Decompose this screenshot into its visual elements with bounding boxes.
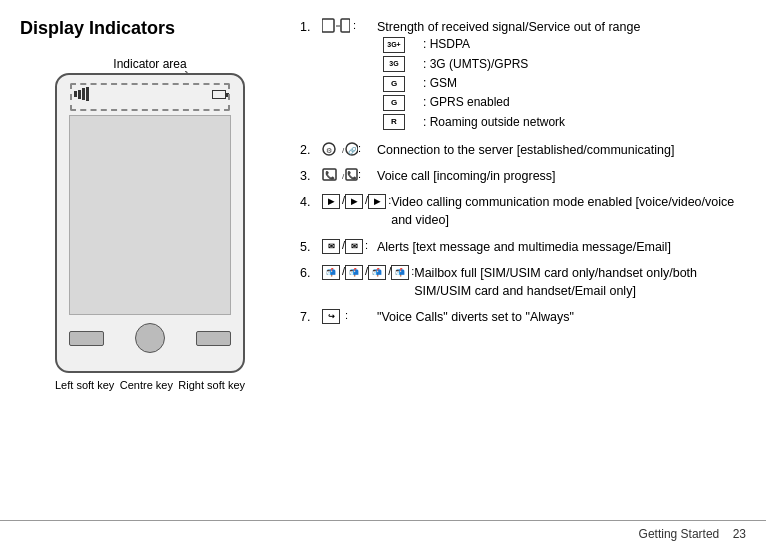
right-soft-key-button [196,331,231,346]
footer: Getting Started 23 [639,527,746,541]
list-content: Voice call [incoming/in progress] [377,167,746,185]
sub-text: : 3G (UMTS)/GPRS [423,56,746,73]
list-icon: ↪ : [322,308,377,326]
list-content: Alerts [text message and multimedia mess… [377,238,746,256]
footer-divider [0,520,766,521]
sub-item: R : Roaming outside network [383,114,746,131]
page-title: Display Indicators [20,18,280,39]
footer-page: 23 [733,527,746,541]
list-number: 7. [300,308,322,326]
list-number: 2. [300,141,322,159]
sub-text: : Roaming outside network [423,114,746,131]
phone-diagram [55,73,245,373]
list-text: "Voice Calls" diverts set to "Always" [377,310,574,324]
list-text: Voice call [incoming/in progress] [377,169,556,183]
svg-rect-4 [341,19,350,32]
sub-text: : GSM [423,75,746,92]
svg-rect-2 [322,19,334,32]
list-item: 5. ✉/✉: Alerts [text message and multime… [300,238,746,256]
list-content: Connection to the server [established/co… [377,141,746,159]
list-icon: 📬/📬/📬/📬: [322,264,414,300]
sub-item: 3G+ : HSDPA [383,36,746,53]
list-icon: ▶/▶/▶: [322,193,391,229]
list-icon: ✉/✉: [322,238,377,256]
sub-icon: G [383,94,423,111]
centre-key-button [135,323,165,353]
phone-screen [69,115,231,315]
svg-text:🔗: 🔗 [348,146,357,155]
svg-text:/: / [342,146,345,155]
sub-item: G : GPRS enabled [383,94,746,111]
list-number: 4. [300,193,322,229]
phone-diagram-wrapper: Indicator area [55,57,245,391]
soft-key-labels: Left soft key Centre key Right soft key [55,379,245,391]
list-icon: ⚙ / 🔗 : [322,141,377,159]
phone-nav-row [69,323,231,353]
list-item: 2. ⚙ / 🔗 : Connection to the server [est… [300,141,746,159]
list-item: 4. ▶/▶/▶: Video calling communication mo… [300,193,746,229]
sub-icon: R [383,114,423,131]
list-item: 3. 📞 / 📞 : Voice call [incoming/in progr… [300,167,746,185]
list-icon: : [322,18,377,133]
sub-icon: 3G [383,56,423,73]
svg-text:📞: 📞 [325,170,335,180]
sub-text: : GPRS enabled [423,94,746,111]
list-text: Connection to the server [established/co… [377,143,674,157]
sub-icon: 3G+ [383,36,423,53]
list-number: 3. [300,167,322,185]
footer-label: Getting Started [639,527,720,541]
sub-icon: G [383,75,423,92]
list-text: Video calling communication mode enabled… [391,195,734,227]
list-content: Strength of received signal/Service out … [377,18,746,133]
left-soft-key-button [69,331,104,346]
list-number: 5. [300,238,322,256]
list-content: "Voice Calls" diverts set to "Always" [377,308,746,326]
list-number: 6. [300,264,322,300]
right-section: 1. : Strength of received signal/Service… [280,18,746,535]
list-item: 6. 📬/📬/📬/📬: Mailbox full [SIM/USIM card … [300,264,746,300]
centre-key-label: Centre key [120,379,173,391]
sub-text: : HSDPA [423,36,746,53]
left-section: Display Indicators Indicator area [20,18,280,535]
sub-item: 3G : 3G (UMTS)/GPRS [383,56,746,73]
svg-text:📞: 📞 [347,170,357,180]
svg-text:/: / [342,172,345,181]
left-soft-key-label: Left soft key [55,379,114,391]
list-text: Alerts [text message and multimedia mess… [377,240,671,254]
list-text: Mailbox full [SIM/USIM card only/handset… [414,266,697,298]
list-content: Video calling communication mode enabled… [391,193,746,229]
svg-text:⚙: ⚙ [326,147,332,154]
list-number: 1. [300,18,322,133]
list-item: 7. ↪ : "Voice Calls" diverts set to "Alw… [300,308,746,326]
sub-item: G : GSM [383,75,746,92]
indicator-area-label: Indicator area [113,57,186,71]
list-text: Strength of received signal/Service out … [377,18,746,36]
list-item: 1. : Strength of received signal/Service… [300,18,746,133]
list-icon: 📞 / 📞 : [322,167,377,185]
right-soft-key-label: Right soft key [178,379,245,391]
list-content: Mailbox full [SIM/USIM card only/handset… [414,264,746,300]
